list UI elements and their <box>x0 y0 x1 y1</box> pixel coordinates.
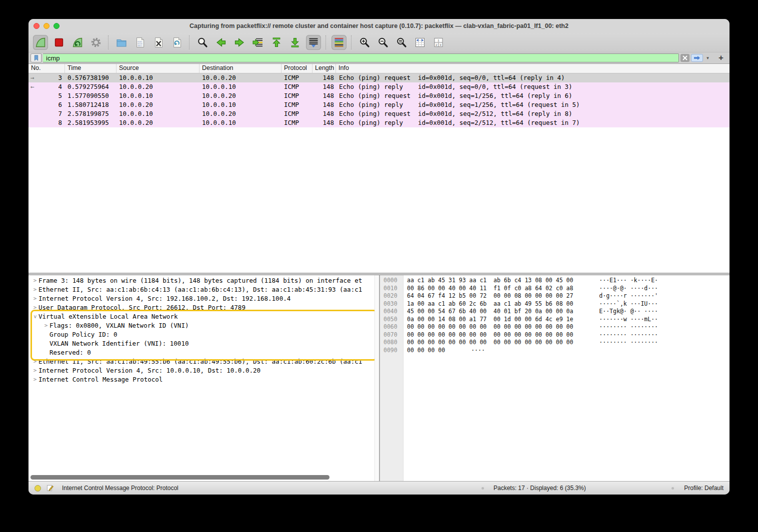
detail-line[interactable]: >Internet Protocol Version 4, Src: 10.0.… <box>28 366 374 375</box>
cell-length: 148 <box>312 73 336 82</box>
restart-capture-button[interactable] <box>70 35 85 50</box>
chevron-collapsed-icon[interactable]: > <box>42 321 50 330</box>
packet-row-7[interactable]: 72.57819987510.0.0.1010.0.0.20ICMP148Ech… <box>28 109 730 118</box>
filter-add-button[interactable]: + <box>716 54 726 62</box>
chevron-expanded-icon[interactable]: > <box>30 313 40 320</box>
hex-row-0070[interactable]: 007000 00 00 00 00 00 00 00 00 00 00 00 … <box>380 331 730 339</box>
cell-length: 148 <box>312 118 336 127</box>
filter-bookmark-button[interactable] <box>30 53 42 62</box>
detail-line[interactable]: >Ethernet II, Src: aa:c1:ab:49:55:b6 (aa… <box>28 357 374 366</box>
packet-row-5[interactable]: 51.57709055010.0.0.1010.0.0.20ICMP148Ech… <box>28 91 730 100</box>
go-back-button[interactable] <box>214 35 228 50</box>
chevron-collapsed-icon[interactable]: > <box>32 366 38 375</box>
detail-line[interactable]: VXLAN Network Identifier (VNI): 10010 <box>28 339 374 348</box>
go-to-packet-button[interactable] <box>250 35 266 50</box>
go-forward-button[interactable] <box>232 35 247 50</box>
packet-number: 6 <box>58 100 62 109</box>
detail-line[interactable]: >Virtual eXtensible Local Area Network <box>28 312 374 321</box>
open-file-button[interactable] <box>114 35 129 50</box>
packet-list: →30.57673819010.0.0.1010.0.0.20ICMP148Ec… <box>28 73 730 273</box>
find-packet-button[interactable] <box>195 35 210 50</box>
packet-row-6[interactable]: 61.58071241810.0.0.2010.0.0.10ICMP148Ech… <box>28 100 730 109</box>
detail-line[interactable]: >Flags: 0x0800, VXLAN Network ID (VNI) <box>28 321 374 330</box>
display-filter-value: icmp <box>46 54 60 62</box>
auto-scroll-icon <box>308 36 320 48</box>
filter-history-dropdown[interactable]: ▼ <box>704 54 711 62</box>
detail-line[interactable]: Reserved: 0 <box>28 348 374 357</box>
cell-destination: 10.0.0.20 <box>200 109 282 118</box>
column-header-destination[interactable]: Destination <box>200 64 282 73</box>
chevron-collapsed-icon[interactable]: > <box>32 294 38 303</box>
zoom-out-button[interactable] <box>376 35 390 50</box>
chevron-collapsed-icon[interactable]: > <box>32 276 38 285</box>
stop-capture-button[interactable] <box>52 35 66 50</box>
details-horizontal-scrollbar[interactable] <box>30 475 330 480</box>
chevron-collapsed-icon[interactable]: > <box>32 375 38 384</box>
toolbar-separator <box>326 35 326 49</box>
packet-row-8[interactable]: 82.58195399510.0.0.2010.0.0.10ICMP148Ech… <box>28 118 730 127</box>
zoom-original-button[interactable] <box>394 35 409 50</box>
start-capture-button[interactable] <box>33 35 48 50</box>
detail-text: Internet Protocol Version 4, Src: 192.16… <box>38 294 290 303</box>
reload-file-button[interactable] <box>170 35 184 50</box>
hex-offset: 0010 <box>384 285 398 293</box>
zoom-in-button[interactable] <box>357 35 372 50</box>
hex-row-0000[interactable]: 0000aa c1 ab 45 31 93 aa c1 ab 6b c4 13 … <box>380 277 730 285</box>
chevron-collapsed-icon[interactable]: > <box>32 357 38 366</box>
auto-scroll-button[interactable] <box>306 35 321 50</box>
layout-pages-button[interactable]: 123 <box>431 35 446 50</box>
close-window-button[interactable] <box>34 23 40 29</box>
restart-capture-icon <box>72 36 84 48</box>
hex-bytes: 00 00 00 00 00 00 00 00 00 00 00 00 00 0… <box>407 331 573 338</box>
detail-text: Frame 3: 148 bytes on wire (1184 bits), … <box>38 276 362 285</box>
column-header-time[interactable]: Time <box>65 64 116 73</box>
hex-row-0050[interactable]: 00500a 00 00 14 08 00 a1 77 00 1d 00 00 … <box>380 316 730 324</box>
capture-options-button[interactable] <box>88 35 104 50</box>
capture-comment-icon[interactable] <box>46 484 54 492</box>
minimize-window-button[interactable] <box>44 23 50 29</box>
close-file-button[interactable] <box>151 35 166 50</box>
hex-bytes: 00 00 00 00 <box>407 347 445 354</box>
cell-length: 148 <box>312 91 336 100</box>
go-last-packet-button[interactable] <box>288 35 302 50</box>
detail-line[interactable]: >Internet Protocol Version 4, Src: 192.1… <box>28 294 374 303</box>
resize-columns-button[interactable] <box>412 35 428 50</box>
detail-line[interactable]: Group Policy ID: 0 <box>28 330 374 339</box>
hex-row-0090[interactable]: 009000 00 00 00···· <box>380 347 730 355</box>
go-first-packet-button[interactable] <box>269 35 284 50</box>
detail-line[interactable]: >Ethernet II, Src: aa:c1:ab:6b:c4:13 (aa… <box>28 285 374 294</box>
display-filter-input[interactable]: icmp <box>43 53 679 62</box>
cell-time: 1.577090550 <box>65 91 116 100</box>
zoom-window-button[interactable] <box>54 23 60 29</box>
column-header-no[interactable]: No. <box>28 64 65 73</box>
column-header-info[interactable]: Info <box>336 64 730 73</box>
detail-line[interactable]: >User Datagram Protocol, Src Port: 26612… <box>28 303 374 312</box>
status-divider-dot <box>672 487 674 490</box>
chevron-collapsed-icon[interactable]: > <box>32 303 38 312</box>
column-header-length[interactable]: Length <box>312 64 336 73</box>
expert-info-icon[interactable] <box>34 485 41 492</box>
hex-row-0030[interactable]: 00301a 00 aa c1 ab 60 2c 6b aa c1 ab 49 … <box>380 300 730 308</box>
packet-number: 7 <box>58 109 62 118</box>
hex-row-0080[interactable]: 008000 00 00 00 00 00 00 00 00 00 00 00 … <box>380 339 730 347</box>
hex-row-0020[interactable]: 002064 04 67 f4 12 b5 00 72 00 00 08 00 … <box>380 292 730 300</box>
window-title: Capturing from packetflix:// remote clus… <box>28 22 730 29</box>
filter-bar: icmp ▼ + <box>28 52 730 64</box>
filter-apply-button[interactable] <box>691 54 703 62</box>
colorize-packets-button[interactable] <box>332 35 346 50</box>
hex-row-0040[interactable]: 004045 00 00 54 67 6b 40 00 40 01 bf 20 … <box>380 308 730 316</box>
hex-row-0010[interactable]: 001000 86 00 00 40 00 40 11 f1 0f c0 a8 … <box>380 285 730 293</box>
details-vertical-scrollbar[interactable] <box>374 275 379 481</box>
packet-row-3[interactable]: →30.57673819010.0.0.1010.0.0.20ICMP148Ec… <box>28 73 730 82</box>
packet-row-4[interactable]: ←40.57927596410.0.0.2010.0.0.10ICMP148Ec… <box>28 82 730 91</box>
save-file-button[interactable]: 010101100011 <box>132 35 148 50</box>
hex-row-0060[interactable]: 006000 00 00 00 00 00 00 00 00 00 00 00 … <box>380 323 730 331</box>
detail-line[interactable]: >Frame 3: 148 bytes on wire (1184 bits),… <box>28 276 374 285</box>
column-header-protocol[interactable]: Protocol <box>282 64 312 73</box>
filter-clear-button[interactable] <box>680 54 690 62</box>
cell-source: 10.0.0.10 <box>116 91 200 100</box>
status-profile[interactable]: Profile: Default <box>684 485 724 492</box>
detail-line[interactable]: >Internet Control Message Protocol <box>28 375 374 384</box>
chevron-collapsed-icon[interactable]: > <box>32 285 38 294</box>
column-header-source[interactable]: Source <box>116 64 200 73</box>
